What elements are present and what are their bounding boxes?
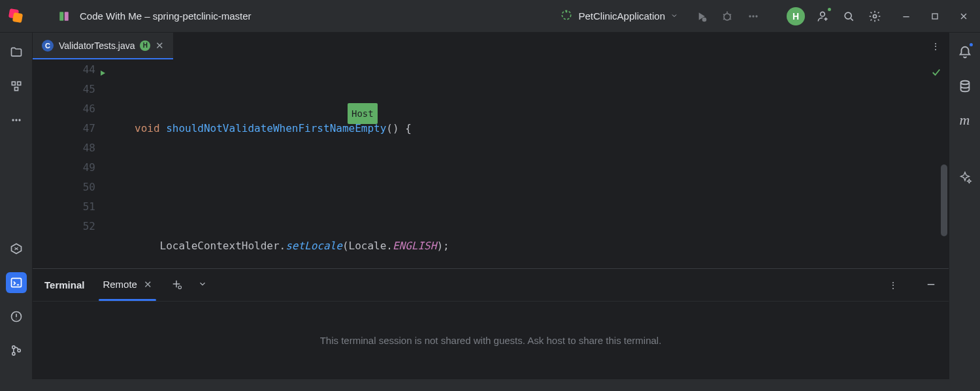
svg-rect-0 (59, 12, 63, 21)
terminal-tab-close-button[interactable]: ✕ (144, 279, 152, 290)
line-number: 48 (83, 142, 95, 154)
maven-tool-button[interactable]: m (955, 110, 975, 131)
more-tools-button[interactable] (6, 110, 27, 131)
titlebar: Code With Me – spring-petclinic-master P… (0, 0, 980, 33)
status-bar (0, 379, 980, 391)
run-button[interactable] (693, 8, 710, 25)
cwm-presence-badge: H (140, 40, 150, 51)
line-number: 50 (83, 181, 95, 193)
project-title: Code With Me – spring-petclinic-master (80, 10, 252, 22)
problems-tool-button[interactable] (6, 306, 27, 327)
terminal-panel: Terminal Remote ✕ ⋮ This terminal sessio… (33, 268, 949, 379)
svg-point-7 (755, 15, 757, 17)
more-run-button[interactable] (745, 8, 762, 25)
search-button[interactable] (840, 8, 857, 25)
notification-dot-icon (968, 42, 974, 48)
user-avatar[interactable]: H (787, 7, 805, 25)
terminal-hide-button[interactable] (925, 278, 937, 292)
line-number: 45 (83, 83, 95, 95)
right-tool-strip: m (949, 33, 980, 379)
file-type-icon: C (42, 40, 54, 52)
line-number: 51 (83, 200, 95, 213)
terminal-dropdown-button[interactable] (198, 279, 207, 290)
project-icon (57, 10, 71, 23)
svg-point-24 (960, 81, 969, 85)
window-minimize-button[interactable] (898, 8, 915, 25)
terminal-tab-remote[interactable]: Remote ✕ (100, 279, 155, 292)
vcs-tool-button[interactable] (6, 340, 27, 361)
run-config-selector[interactable]: PetClinicApplication (555, 6, 683, 26)
line-number: 49 (83, 161, 95, 174)
svg-point-6 (752, 15, 754, 17)
settings-button[interactable] (866, 8, 883, 25)
line-number: 46 (83, 102, 95, 115)
window-maximize-button[interactable] (926, 8, 943, 25)
svg-point-17 (18, 119, 20, 121)
terminal-new-session-button[interactable] (171, 278, 182, 292)
terminal-options-button[interactable]: ⋮ (889, 280, 898, 290)
terminal-message: This terminal session is not shared with… (320, 335, 662, 346)
line-number: 52 (83, 220, 95, 232)
notifications-button[interactable] (955, 42, 975, 63)
svg-point-5 (749, 15, 751, 17)
editor-tab-more-button[interactable]: ⋮ (923, 33, 949, 59)
svg-point-21 (12, 352, 14, 355)
svg-rect-14 (14, 87, 18, 91)
editor-tabbar: C ValidatorTests.java H ✕ ⋮ (33, 33, 949, 60)
svg-point-20 (12, 346, 14, 349)
svg-point-15 (12, 119, 14, 121)
project-tool-button[interactable] (6, 42, 27, 63)
svg-point-16 (15, 119, 17, 121)
analysis-ok-icon[interactable] (930, 65, 942, 85)
chevron-down-icon (670, 11, 678, 22)
code-content[interactable]: Host void shouldNotValidateWhenFirstName… (105, 60, 949, 268)
terminal-tab-label: Remote (103, 279, 137, 290)
debug-button[interactable] (719, 8, 736, 25)
svg-rect-11 (932, 14, 938, 19)
line-number: 44 (83, 63, 95, 76)
editor-gutter: 44 45 46 47 48 49 50 51 52 (33, 60, 105, 268)
svg-point-3 (702, 17, 707, 22)
svg-rect-12 (12, 82, 15, 85)
svg-point-22 (18, 349, 20, 352)
database-tool-button[interactable] (955, 76, 975, 97)
ai-assistant-button[interactable] (955, 167, 975, 188)
terminal-tool-button[interactable] (6, 272, 27, 293)
editor-scrollbar[interactable] (941, 164, 947, 236)
main-menu-button[interactable] (31, 8, 48, 25)
svg-rect-18 (11, 278, 21, 287)
editor-tab[interactable]: C ValidatorTests.java H ✕ (33, 33, 173, 59)
left-tool-strip (0, 33, 33, 379)
line-number: 47 (83, 122, 95, 134)
svg-point-4 (724, 13, 730, 20)
structure-tool-button[interactable] (6, 76, 27, 97)
window-close-button[interactable] (955, 8, 972, 25)
svg-rect-13 (17, 82, 20, 85)
close-tab-button[interactable]: ✕ (155, 40, 164, 52)
services-tool-button[interactable] (6, 238, 27, 259)
code-with-me-button[interactable] (814, 8, 831, 25)
editor-tab-filename: ValidatorTests.java (59, 40, 135, 51)
svg-point-10 (874, 14, 877, 18)
svg-point-8 (821, 12, 825, 16)
run-config-label: PetClinicApplication (578, 10, 665, 22)
ide-logo-icon (8, 9, 22, 23)
host-cursor-label: Host (348, 103, 378, 124)
svg-rect-1 (65, 12, 69, 21)
status-dot-icon (826, 7, 832, 12)
terminal-title: Terminal (44, 279, 84, 290)
svg-point-23 (178, 286, 182, 289)
code-editor[interactable]: 44 45 46 47 48 49 50 51 52 Host void sho… (33, 60, 949, 268)
run-config-icon (560, 8, 573, 23)
svg-point-9 (845, 12, 851, 19)
